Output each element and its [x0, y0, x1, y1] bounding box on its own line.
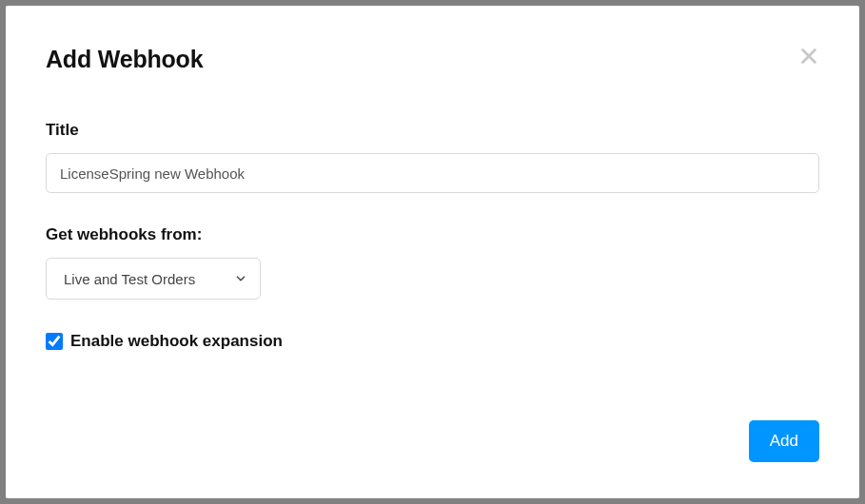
modal-footer: Add: [46, 420, 819, 462]
expansion-label[interactable]: Enable webhook expansion: [70, 332, 283, 351]
modal-header: Add Webhook: [46, 46, 819, 73]
source-select[interactable]: Live and Test Orders: [46, 258, 261, 300]
add-button[interactable]: Add: [749, 420, 819, 462]
source-select-wrap: Live and Test Orders: [46, 258, 261, 300]
title-input[interactable]: [46, 153, 819, 193]
modal-title: Add Webhook: [46, 46, 203, 73]
title-field-group: Title: [46, 121, 819, 193]
close-button[interactable]: [798, 46, 819, 68]
close-icon: [798, 46, 819, 68]
title-label: Title: [46, 121, 819, 140]
expansion-checkbox[interactable]: [46, 333, 63, 350]
source-field-group: Get webhooks from: Live and Test Orders: [46, 225, 819, 300]
source-label: Get webhooks from:: [46, 225, 819, 244]
add-webhook-modal: Add Webhook Title Get webhooks from: Liv…: [6, 6, 859, 498]
expansion-checkbox-row: Enable webhook expansion: [46, 332, 819, 351]
